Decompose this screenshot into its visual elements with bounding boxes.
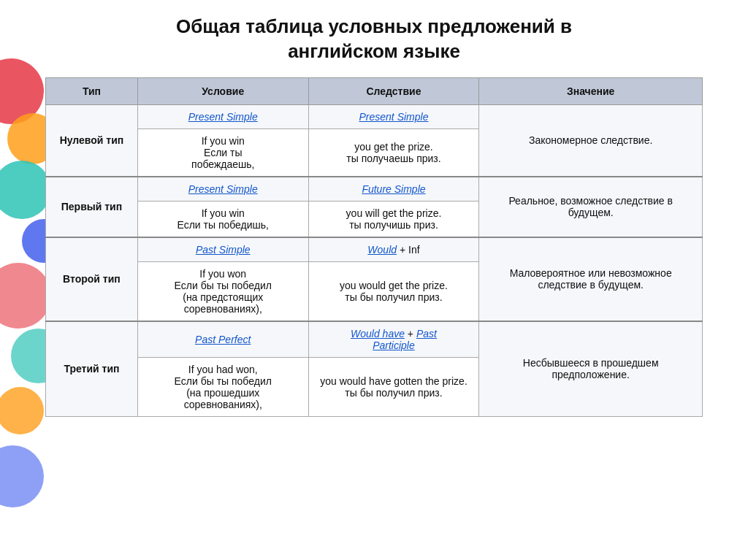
example-condition-zero: If you win Если ты побеждаешь, bbox=[137, 129, 308, 177]
grammar-consequence-third: Would have + Past Participle bbox=[308, 321, 479, 358]
inf-text-second: + Inf bbox=[397, 244, 420, 256]
header-type: Тип bbox=[46, 77, 138, 104]
table-row: Третий тип Past Perfect Would have + Pas… bbox=[46, 321, 703, 358]
have-link-third[interactable]: have bbox=[380, 328, 405, 340]
future-simple-link-first-cons[interactable]: Future Simple bbox=[362, 183, 425, 195]
header-condition: Условие bbox=[137, 77, 308, 104]
meaning-second: Маловероятное или невозможное следствие … bbox=[479, 237, 703, 321]
would-link-third[interactable]: Would bbox=[351, 328, 380, 340]
present-simple-link-zero-cons[interactable]: Present Simple bbox=[359, 111, 429, 123]
header-consequence: Следствие bbox=[308, 77, 479, 104]
example-condition-third: If you had won, Если бы ты победил (на п… bbox=[137, 357, 308, 416]
type-zero: Нулевой тип bbox=[46, 104, 138, 177]
type-second: Второй тип bbox=[46, 237, 138, 321]
type-first: Первый тип bbox=[46, 177, 138, 237]
past-perfect-link-third-cond[interactable]: Past Perfect bbox=[195, 334, 251, 345]
grammar-condition-third: Past Perfect bbox=[137, 321, 308, 358]
past-simple-link-second-cond[interactable]: Past Simple bbox=[196, 244, 251, 256]
example-consequence-third: you would have gotten the prize. ты бы п… bbox=[308, 357, 479, 416]
meaning-third: Несбывшееся в прошедшем предположение. bbox=[479, 321, 703, 417]
example-consequence-zero: you get the prize. ты получаешь приз. bbox=[308, 129, 479, 177]
type-third: Третий тип bbox=[46, 321, 138, 417]
grammar-condition-second: Past Simple bbox=[137, 237, 308, 262]
table-row: Нулевой тип Present Simple Present Simpl… bbox=[46, 104, 703, 129]
header-meaning: Значение bbox=[479, 77, 703, 104]
grammar-consequence-first: Future Simple bbox=[308, 177, 479, 202]
example-consequence-first: you will get the prize. ты получишь приз… bbox=[308, 201, 479, 237]
grammar-consequence-zero: Present Simple bbox=[308, 104, 479, 129]
meaning-first: Реальное, возможное следствие в будущем. bbox=[479, 177, 703, 237]
grammar-consequence-second: Would + Inf bbox=[308, 237, 479, 262]
conditionals-table: Тип Условие Следствие Значение Нулевой т… bbox=[45, 77, 703, 417]
plus-text-third: + bbox=[405, 328, 416, 340]
page-title: Общая таблица условных предложений в анг… bbox=[45, 15, 703, 64]
meaning-zero: Закономерное следствие. bbox=[479, 104, 703, 177]
content-wrapper: Общая таблица условных предложений в анг… bbox=[45, 15, 703, 417]
example-condition-second: If you won Если бы ты победил (на предст… bbox=[137, 261, 308, 321]
would-link-second[interactable]: Would bbox=[367, 244, 397, 256]
table-row: Второй тип Past Simple Would + Inf Малов… bbox=[46, 237, 703, 262]
example-consequence-second: you would get the prize. ты бы получил п… bbox=[308, 261, 479, 321]
grammar-condition-zero: Present Simple bbox=[137, 104, 308, 129]
table-row: Первый тип Present Simple Future Simple … bbox=[46, 177, 703, 202]
grammar-condition-first: Present Simple bbox=[137, 177, 308, 202]
example-condition-first: If you win Если ты победишь, bbox=[137, 201, 308, 237]
present-simple-link-zero-cond[interactable]: Present Simple bbox=[188, 111, 258, 123]
present-simple-link-first-cond[interactable]: Present Simple bbox=[188, 183, 258, 195]
